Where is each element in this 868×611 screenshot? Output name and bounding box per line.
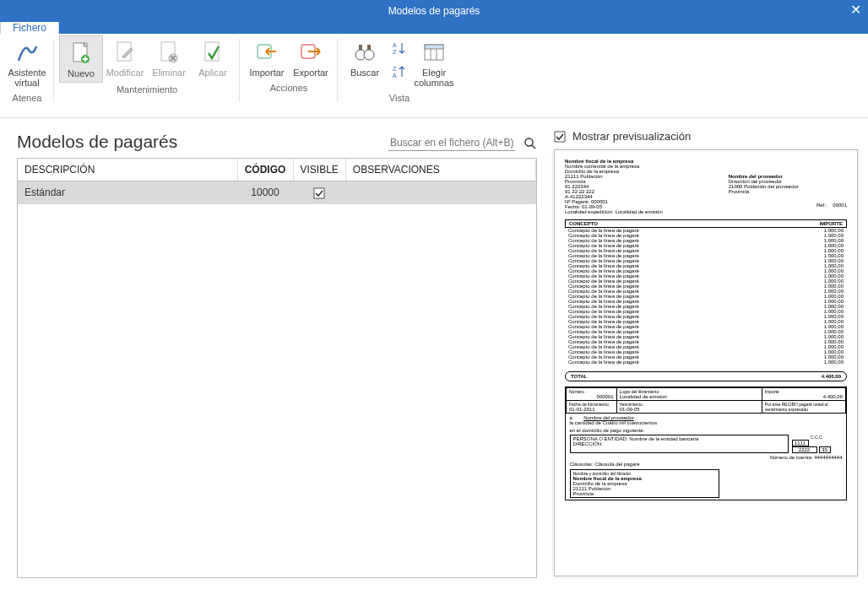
- close-icon[interactable]: ✕: [850, 2, 861, 18]
- cell-visible: [293, 181, 345, 204]
- buscar-button[interactable]: Buscar: [343, 35, 387, 91]
- preview-pane: Mostrar previsualización Nombre fiscal d…: [547, 118, 868, 611]
- pv-rcpt-num: 000001: [569, 394, 614, 399]
- show-preview-toggle[interactable]: Mostrar previsualización: [554, 130, 858, 143]
- pv-locexp-val: Localidad de emisión: [615, 209, 662, 214]
- aplicar-label: Aplicar: [198, 68, 227, 78]
- pv-ref-val: 00001: [833, 203, 847, 208]
- importar-label: Importar: [250, 68, 285, 78]
- alpha-icon: [14, 39, 41, 66]
- exportar-button[interactable]: Exportar: [289, 35, 333, 81]
- ribbon-group-vista: Buscar AZ ZA Elegir columnas Vista: [338, 34, 461, 117]
- pv-rcpt-imp: 4.400,00: [765, 394, 843, 399]
- col-observaciones[interactable]: OBSERVACIONES: [345, 159, 535, 181]
- tab-strip: Fichero: [0, 22, 868, 34]
- svg-text:Z: Z: [393, 49, 397, 55]
- svg-text:Z: Z: [393, 66, 397, 72]
- elegir-columnas-button[interactable]: Elegir columnas: [412, 35, 456, 91]
- col-visible[interactable]: VISIBLE: [293, 159, 345, 181]
- sort-desc-button[interactable]: ZA: [390, 62, 409, 81]
- pv-lines: Concepto de la línea de pagaré1.000,00Co…: [565, 228, 847, 365]
- svg-line-21: [532, 145, 535, 149]
- show-preview-label: Mostrar previsualización: [572, 130, 691, 143]
- ribbon-group-atenea: Asistente virtual Atenea: [0, 34, 54, 117]
- new-document-icon: [68, 40, 95, 67]
- group-label-vista: Vista: [389, 91, 410, 106]
- sort-asc-button[interactable]: AZ: [390, 39, 409, 57]
- pv-receipt: Número000001 Lugar del libramientoLocali…: [565, 387, 847, 500]
- pv-table-header: CONCEPTO IMPORTE: [565, 219, 847, 228]
- pv-rcpt-lugar: Localidad de emisión: [620, 394, 759, 399]
- preview-document: Nombre fiscal de la empresa Nombre comer…: [554, 149, 858, 576]
- apply-document-icon: [199, 39, 226, 66]
- nuevo-button[interactable]: Nuevo: [59, 35, 103, 83]
- pv-ccc3: 33: [819, 446, 831, 453]
- group-label-acc: Acciones: [270, 81, 308, 96]
- aplicar-button[interactable]: Aplicar: [191, 35, 235, 83]
- pv-rcpt-venc: 01-09-05: [620, 407, 759, 412]
- pv-rcpt-por: Por este RECIBO pagaré usted al vencimie…: [762, 401, 845, 414]
- columns-icon: [420, 39, 448, 66]
- modificar-label: Modificar: [106, 68, 144, 78]
- pv-rcpt-cant: la cantidad de Cuatro mil cuatrocientos: [570, 420, 843, 425]
- svg-point-9: [364, 50, 374, 60]
- pv-ccc2: 2222: [792, 446, 817, 453]
- cell-desc: Estándar: [18, 181, 237, 204]
- col-codigo[interactable]: CÓDIGO: [237, 159, 293, 181]
- asistente-label: Asistente virtual: [8, 68, 46, 88]
- svg-rect-11: [367, 45, 371, 50]
- pv-rcpt-dir: DIRECCIÓN:: [573, 441, 785, 446]
- pv-prov-prov: Provincia: [729, 189, 847, 194]
- window-title: Modelos de pagarés: [388, 5, 480, 17]
- sort-buttons: AZ ZA: [387, 35, 412, 91]
- eliminar-label: Eliminar: [152, 68, 186, 78]
- ribbon: Asistente virtual Atenea Nuevo Modificar: [0, 34, 868, 118]
- svg-rect-10: [359, 45, 362, 50]
- eliminar-button[interactable]: Eliminar: [147, 35, 191, 83]
- pv-clausulas: Cláusulas: Cláusula del pagaré: [570, 462, 843, 467]
- pv-col-importe: IMPORTE: [820, 221, 843, 226]
- cell-code: 10000: [237, 181, 293, 204]
- group-label-atenea: Atenea: [13, 91, 42, 106]
- pv-total-label: TOTAL: [571, 374, 587, 379]
- svg-text:A: A: [393, 42, 397, 48]
- buscar-label: Buscar: [350, 68, 379, 78]
- search-icon[interactable]: [524, 137, 537, 150]
- col-descripcion[interactable]: DESCRIPCIÓN: [18, 159, 237, 181]
- checkbox-checked-icon: [554, 131, 566, 143]
- svg-rect-19: [425, 45, 443, 49]
- svg-rect-22: [314, 188, 324, 198]
- pv-total-row: TOTAL 4.400,00: [565, 371, 847, 381]
- group-label-mant: Mantenimiento: [117, 83, 177, 98]
- import-icon: [253, 39, 280, 66]
- title-bar: Modelos de pagarés ✕: [0, 0, 868, 22]
- pv-locexp-label: Localidad expedición:: [565, 209, 614, 214]
- checkbox-checked-icon: [313, 187, 325, 199]
- pv-total-val: 4.400,00: [822, 374, 841, 379]
- pv-numcuenta-label: Número de cuenta:: [769, 455, 812, 460]
- pv-col-concepto: CONCEPTO: [569, 221, 598, 226]
- pv-rcpt-domlabel: en el domicilio de pago siguiente:: [570, 428, 843, 433]
- svg-text:A: A: [393, 73, 397, 78]
- list-pane: Modelos de pagarés DESCRIPCIÓN CÓDIGO VI…: [0, 118, 547, 611]
- pv-ref-label: Ref.:: [816, 203, 827, 208]
- pv-numcuenta: 4444444444: [814, 455, 842, 460]
- pv-ccc1: 1111: [792, 440, 809, 446]
- table-row[interactable]: Estándar 10000: [18, 181, 536, 204]
- svg-point-20: [525, 138, 533, 146]
- svg-rect-23: [555, 132, 565, 142]
- cell-obs: [345, 181, 535, 204]
- search-input[interactable]: [388, 135, 515, 151]
- grid: DESCRIPCIÓN CÓDIGO VISIBLE OBSERVACIONES…: [17, 158, 537, 578]
- nuevo-label: Nuevo: [68, 68, 95, 78]
- importar-button[interactable]: Importar: [245, 35, 289, 81]
- modificar-button[interactable]: Modificar: [103, 35, 147, 83]
- pv-line: Concepto de la línea de pagaré1.000,00: [565, 360, 847, 365]
- delete-document-icon: [155, 39, 182, 66]
- ribbon-group-acciones: Importar Exportar Acciones: [240, 34, 338, 117]
- elegir-label: Elegir columnas: [414, 68, 453, 88]
- asistente-virtual-button[interactable]: Asistente virtual: [5, 35, 49, 91]
- ribbon-group-mantenimiento: Nuevo Modificar Eliminar Aplicar: [54, 34, 240, 117]
- pv-firma-prov: Provincia: [573, 491, 717, 496]
- export-icon: [297, 39, 324, 66]
